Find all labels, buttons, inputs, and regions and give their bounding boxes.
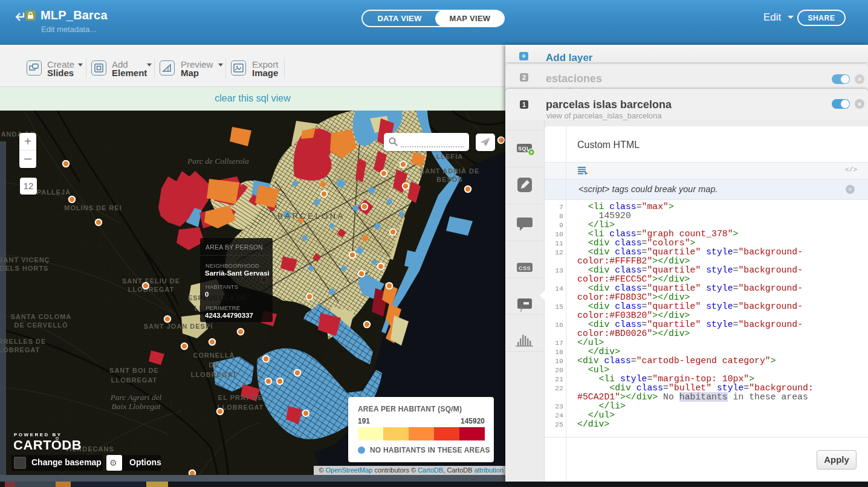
svg-text:SANT BOI DE: SANT BOI DE [109, 367, 159, 374]
svg-text:EL PRAT DE: EL PRAT DE [218, 394, 263, 401]
svg-text:PALLEJÀ: PALLEJÀ [37, 189, 71, 196]
svg-text:SANTA COLOMA: SANTA COLOMA [11, 313, 72, 320]
svg-text:Baix Llobregat: Baix Llobregat [112, 402, 161, 411]
svg-text:SANT FELIU DE: SANT FELIU DE [122, 277, 180, 285]
svg-text:SANT VICENÇ: SANT VICENÇ [0, 256, 50, 263]
svg-text:LLOBREGAT: LLOBREGAT [218, 404, 264, 411]
svg-text:Parc Agrari del: Parc Agrari del [110, 393, 162, 402]
svg-text:LLEFIA: LLEFIA [436, 153, 464, 160]
svg-text:DE CERVELLÓ: DE CERVELLÓ [14, 321, 68, 329]
svg-text:LLOBREGAT: LLOBREGAT [191, 371, 238, 378]
svg-text:TORRELLES DE: TORRELLES DE [0, 338, 46, 345]
svg-text:DELS HORTS: DELS HORTS [0, 265, 48, 272]
svg-text:MOLINS DE REI: MOLINS DE REI [64, 204, 122, 211]
svg-text:LLOBREGAT: LLOBREGAT [0, 346, 40, 353]
svg-text:BARCELONA: BARCELONA [277, 211, 345, 221]
svg-text:SANT JOAN DESPÍ: SANT JOAN DESPÍ [144, 323, 213, 330]
svg-text:CORNELLÀ: CORNELLÀ [193, 352, 235, 359]
svg-text:LLOBREGAT: LLOBREGAT [111, 376, 158, 384]
svg-text:SANT ADRIÀ DE: SANT ADRIÀ DE [420, 167, 480, 175]
svg-text:LLOBREGAT: LLOBREGAT [128, 286, 175, 293]
svg-text:DE: DE [209, 361, 219, 369]
svg-text:Parc de Collserola: Parc de Collserola [187, 156, 249, 166]
svg-text:BESÒS: BESÒS [436, 176, 463, 183]
